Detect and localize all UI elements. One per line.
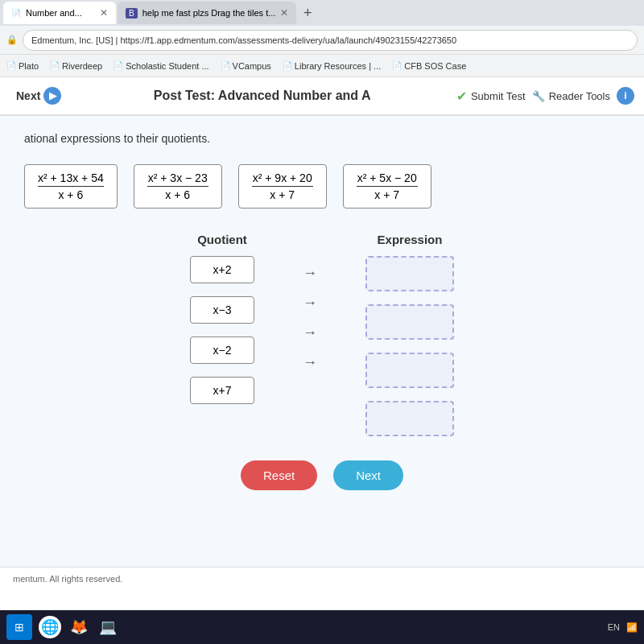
bookmark-label-library: Library Resources | ... xyxy=(295,61,381,71)
drop-box-1[interactable] xyxy=(365,304,454,340)
taskbar-right: EN 📶 xyxy=(608,622,638,633)
arrow-2: → xyxy=(303,324,317,341)
expression-header: Expression xyxy=(365,233,454,246)
taskbar-start[interactable]: ⊞ xyxy=(6,614,32,640)
bookmark-icon-riverdeep: 📄 xyxy=(50,61,60,70)
footer: mentum. All rights reserved. xyxy=(0,567,644,590)
bookmark-label-riverdeep: Riverdeep xyxy=(62,61,102,71)
drop-box-2[interactable] xyxy=(365,353,454,388)
bookmark-icon-library: 📄 xyxy=(283,61,292,70)
next-button[interactable]: Next xyxy=(333,460,403,490)
bookmarks-bar: 📄 Plato 📄 Riverdeep 📄 Scholastic Student… xyxy=(0,55,644,77)
arrow-0: → xyxy=(303,265,317,282)
quotient-list: x+2 x−3 x−2 x+7 xyxy=(190,256,254,404)
info-button[interactable]: i xyxy=(617,87,634,105)
bookmark-label-cfb: CFB SOS Case xyxy=(404,61,466,71)
bookmark-riverdeep[interactable]: 📄 Riverdeep xyxy=(50,61,102,71)
tile-0-numerator: x² + 13x + 54 xyxy=(38,171,104,187)
drop-box-0[interactable] xyxy=(365,256,454,291)
lock-icon: 🔒 xyxy=(6,35,18,45)
tab-close-help[interactable]: ✕ xyxy=(280,7,288,19)
reader-tools-label: Reader Tools xyxy=(549,90,610,102)
instruction-text: ational expressions to their quotients. xyxy=(24,132,620,145)
bookmark-label-scholastic: Scholastic Student ... xyxy=(126,61,208,71)
check-icon: ✔ xyxy=(456,89,467,104)
tile-3[interactable]: x² + 5x − 20 x + 7 xyxy=(343,164,431,208)
bookmark-label-vcampus: VCampus xyxy=(233,61,271,71)
tile-1[interactable]: x² + 3x − 23 x + 6 xyxy=(134,164,222,208)
url-bar[interactable]: Edmentum, Inc. [US] | https://f1.app.edm… xyxy=(23,30,638,51)
submit-label: Submit Test xyxy=(471,90,526,102)
tile-3-denominator: x + 7 xyxy=(357,188,418,201)
tab-number[interactable]: 📄 Number and... ✕ xyxy=(3,2,116,24)
browser-bar: 🔒 Edmentum, Inc. [US] | https://f1.app.e… xyxy=(0,26,644,55)
tab-label-number: Number and... xyxy=(26,8,82,18)
browser-tabs: 📄 Number and... ✕ B help me fast plzs Dr… xyxy=(0,0,644,26)
expression-column: Expression xyxy=(365,233,454,436)
bookmark-icon-scholastic: 📄 xyxy=(114,61,123,70)
taskbar-firefox[interactable]: 🦊 xyxy=(68,616,90,638)
taskbar-app[interactable]: 💻 xyxy=(97,616,119,638)
url-text: Edmentum, Inc. [US] | https://f1.app.edm… xyxy=(31,35,456,45)
main-content: ational expressions to their quotients. … xyxy=(0,116,644,567)
tiles-row: x² + 13x + 54 x + 6 x² + 3x − 23 x + 6 x… xyxy=(24,164,620,208)
bookmark-plato[interactable]: 📄 Plato xyxy=(6,61,39,71)
drop-box-3[interactable] xyxy=(365,401,454,436)
tile-1-denominator: x + 6 xyxy=(147,188,208,201)
tab-close-number[interactable]: ✕ xyxy=(100,7,108,19)
reader-tools-button[interactable]: 🔧 Reader Tools xyxy=(532,90,610,102)
tab-icon-help: B xyxy=(126,8,138,19)
toolbar-title: Post Test: Advanced Number and A xyxy=(74,89,450,103)
tab-label-help: help me fast plzs Drag the tiles t... xyxy=(142,8,276,18)
tile-2-numerator: x² + 9x + 20 xyxy=(252,171,313,187)
drop-list xyxy=(365,256,454,436)
tile-0[interactable]: x² + 13x + 54 x + 6 xyxy=(24,164,118,208)
next-toolbar-label: Next xyxy=(16,89,40,102)
bookmark-cfb[interactable]: 📄 CFB SOS Case xyxy=(392,61,466,71)
bookmark-icon-plato: 📄 xyxy=(6,61,16,70)
arrow-3: → xyxy=(303,354,317,371)
tile-3-numerator: x² + 5x − 20 xyxy=(357,171,418,187)
wrench-icon: 🔧 xyxy=(532,90,545,102)
matching-section: Quotient x+2 x−3 x−2 x+7 → → → → Express… xyxy=(24,233,620,436)
quotient-column: Quotient x+2 x−3 x−2 x+7 xyxy=(190,233,254,436)
next-circle-icon: ▶ xyxy=(43,87,61,105)
quotient-box-3: x+7 xyxy=(190,377,254,404)
bookmark-icon-cfb: 📄 xyxy=(392,61,402,70)
language-indicator: EN xyxy=(608,622,620,632)
tab-help[interactable]: B help me fast plzs Drag the tiles t... … xyxy=(118,2,296,24)
app-toolbar: Next ▶ Post Test: Advanced Number and A … xyxy=(0,77,644,116)
taskbar-network-icon: 📶 xyxy=(626,622,638,633)
bookmark-vcampus[interactable]: 📄 VCampus xyxy=(221,61,271,71)
bookmark-scholastic[interactable]: 📄 Scholastic Student ... xyxy=(114,61,208,71)
taskbar: ⊞ 🌐 🦊 💻 EN 📶 xyxy=(0,610,644,644)
tile-0-denominator: x + 6 xyxy=(38,188,104,201)
buttons-row: Reset Next xyxy=(24,460,620,490)
arrow-1: → xyxy=(303,295,317,312)
tab-add[interactable]: + xyxy=(298,3,317,23)
taskbar-chrome[interactable]: 🌐 xyxy=(39,616,61,638)
tile-1-numerator: x² + 3x − 23 xyxy=(147,171,208,187)
bookmark-library[interactable]: 📄 Library Resources | ... xyxy=(283,61,381,71)
next-toolbar-button[interactable]: Next ▶ xyxy=(10,84,68,108)
tile-2-denominator: x + 7 xyxy=(252,188,313,201)
quotient-header: Quotient xyxy=(190,233,254,246)
bookmark-icon-vcampus: 📄 xyxy=(221,61,230,70)
reset-button[interactable]: Reset xyxy=(241,460,317,490)
footer-text: mentum. All rights reserved. xyxy=(13,574,122,584)
quotient-box-2: x−2 xyxy=(190,336,254,364)
tile-2[interactable]: x² + 9x + 20 x + 7 xyxy=(238,164,327,208)
quotient-box-1: x−3 xyxy=(190,296,254,324)
arrows-column: → → → → xyxy=(303,233,317,436)
windows-icon: ⊞ xyxy=(14,621,24,634)
tab-icon-number: 📄 xyxy=(11,9,21,18)
quotient-box-0: x+2 xyxy=(190,256,254,283)
bookmark-label-plato: Plato xyxy=(19,61,39,71)
submit-test-button[interactable]: ✔ Submit Test xyxy=(456,89,526,104)
